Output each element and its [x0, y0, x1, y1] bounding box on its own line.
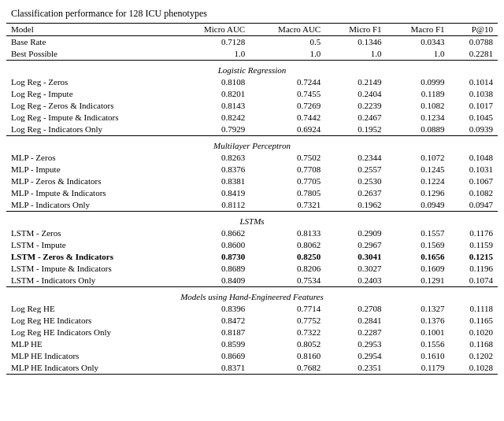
row-metric-value: 0.1346	[325, 35, 386, 48]
row-metric-value: 0.2404	[325, 88, 386, 100]
row-metric-value: 0.8472	[176, 315, 250, 327]
row-metric-value: 0.7705	[250, 175, 325, 187]
section-label: Multilayer Perceptron	[6, 135, 498, 152]
row-model-name: MLP HE Indicators Only	[6, 362, 176, 375]
col-model: Model	[6, 23, 176, 35]
row-metric-value: 0.1028	[450, 362, 498, 375]
row-metric-value: 0.7128	[176, 35, 250, 48]
table-row: LSTM - Zeros & Indicators0.87300.82500.3…	[6, 251, 498, 263]
row-metric-value: 0.8242	[176, 112, 250, 124]
row-metric-value: 0.1179	[387, 362, 450, 375]
table-title: Classification performance for 128 ICU p…	[6, 6, 498, 23]
row-metric-value: 0.1031	[450, 164, 498, 175]
row-metric-value: 0.2403	[325, 275, 386, 287]
row-metric-value: 0.7322	[250, 327, 325, 338]
row-metric-value: 0.1245	[387, 164, 450, 175]
row-metric-value: 0.1610	[387, 350, 450, 362]
row-metric-value: 0.2281	[450, 48, 498, 61]
row-metric-value: 0.0947	[450, 199, 498, 212]
col-macro-auc: Macro AUC	[250, 23, 325, 35]
row-metric-value: 0.2467	[325, 112, 386, 124]
row-metric-value: 0.2708	[325, 303, 386, 315]
row-metric-value: 0.1952	[325, 124, 386, 136]
row-metric-value: 0.2953	[325, 338, 386, 350]
row-metric-value: 0.3041	[325, 251, 386, 263]
row-metric-value: 0.2149	[325, 76, 386, 88]
row-metric-value: 0.1556	[387, 338, 450, 350]
section-label: Models using Hand-Engineered Features	[6, 286, 498, 303]
row-metric-value: 0.2841	[325, 315, 386, 327]
row-metric-value: 0.2967	[325, 239, 386, 251]
row-metric-value: 0.8599	[176, 338, 250, 350]
row-model-name: Base Rate	[6, 35, 176, 48]
row-metric-value: 0.2637	[325, 187, 386, 199]
row-metric-value: 0.2909	[325, 227, 386, 239]
section-header-row: Multilayer Perceptron	[6, 135, 498, 152]
row-metric-value: 0.7455	[250, 88, 325, 100]
row-model-name: MLP - Zeros	[6, 152, 176, 164]
row-metric-value: 0.2351	[325, 362, 386, 375]
column-header-row: Model Micro AUC Macro AUC Micro F1 Macro…	[6, 23, 498, 35]
row-metric-value: 0.1020	[450, 327, 498, 338]
row-metric-value: 0.1609	[387, 263, 450, 275]
row-metric-value: 0.1557	[387, 227, 450, 239]
row-metric-value: 0.1017	[450, 100, 498, 112]
row-metric-value: 0.1962	[325, 199, 386, 212]
row-metric-value: 0.7502	[250, 152, 325, 164]
row-metric-value: 0.8263	[176, 152, 250, 164]
table-row: LSTM - Impute & Indicators0.86890.82060.…	[6, 263, 498, 275]
row-metric-value: 0.7805	[250, 187, 325, 199]
row-metric-value: 0.7682	[250, 362, 325, 375]
row-metric-value: 0.1202	[450, 350, 498, 362]
row-metric-value: 0.2557	[325, 164, 386, 175]
row-metric-value: 0.8062	[250, 239, 325, 251]
table-row: MLP - Impute & Indicators0.84190.78050.2…	[6, 187, 498, 199]
row-metric-value: 0.5	[250, 35, 325, 48]
row-metric-value: 0.0343	[387, 35, 450, 48]
row-metric-value: 0.1118	[450, 303, 498, 315]
performance-table: Classification performance for 128 ICU p…	[6, 6, 498, 375]
row-metric-value: 0.8662	[176, 227, 250, 239]
row-metric-value: 0.7708	[250, 164, 325, 175]
table-row: Log Reg HE0.83960.77140.27080.13270.1118	[6, 303, 498, 315]
row-metric-value: 0.1038	[450, 88, 498, 100]
row-metric-value: 0.8133	[250, 227, 325, 239]
row-metric-value: 0.1215	[450, 251, 498, 263]
row-metric-value: 0.1159	[450, 239, 498, 251]
row-metric-value: 0.8052	[250, 338, 325, 350]
table-row: Log Reg HE Indicators0.84720.77520.28410…	[6, 315, 498, 327]
row-metric-value: 0.8371	[176, 362, 250, 375]
row-model-name: MLP - Indicators Only	[6, 199, 176, 212]
row-metric-value: 0.1168	[450, 338, 498, 350]
row-metric-value: 1.0	[325, 48, 386, 61]
row-metric-value: 0.1014	[450, 76, 498, 88]
row-metric-value: 0.2239	[325, 100, 386, 112]
table-row: MLP - Impute0.83760.77080.25570.12450.10…	[6, 164, 498, 175]
col-macro-f1: Macro F1	[387, 23, 450, 35]
table-row: Base Rate0.71280.50.13460.03430.0788	[6, 35, 498, 48]
table-row: MLP - Indicators Only0.81120.73210.19620…	[6, 199, 498, 212]
row-metric-value: 0.1048	[450, 152, 498, 164]
row-metric-value: 0.0949	[387, 199, 450, 212]
row-metric-value: 0.1067	[450, 175, 498, 187]
row-model-name: LSTM - Zeros & Indicators	[6, 251, 176, 263]
row-metric-value: 0.6924	[250, 124, 325, 136]
section-header-row: LSTMs	[6, 211, 498, 227]
row-metric-value: 0.1176	[450, 227, 498, 239]
row-metric-value: 0.8381	[176, 175, 250, 187]
row-metric-value: 0.0999	[387, 76, 450, 88]
row-metric-value: 1.0	[250, 48, 325, 61]
row-metric-value: 0.8143	[176, 100, 250, 112]
table-row: MLP HE0.85990.80520.29530.15560.1168	[6, 338, 498, 350]
row-model-name: Log Reg HE	[6, 303, 176, 315]
row-model-name: Log Reg - Indicators Only	[6, 124, 176, 136]
row-metric-value: 0.1291	[387, 275, 450, 287]
table-row: Log Reg - Zeros0.81080.72440.21490.09990…	[6, 76, 498, 88]
row-metric-value: 0.8730	[176, 251, 250, 263]
row-metric-value: 0.8250	[250, 251, 325, 263]
row-metric-value: 0.1376	[387, 315, 450, 327]
row-metric-value: 0.8108	[176, 76, 250, 88]
row-metric-value: 0.7244	[250, 76, 325, 88]
section-header-row: Logistic Regression	[6, 60, 498, 76]
row-metric-value: 0.8206	[250, 263, 325, 275]
